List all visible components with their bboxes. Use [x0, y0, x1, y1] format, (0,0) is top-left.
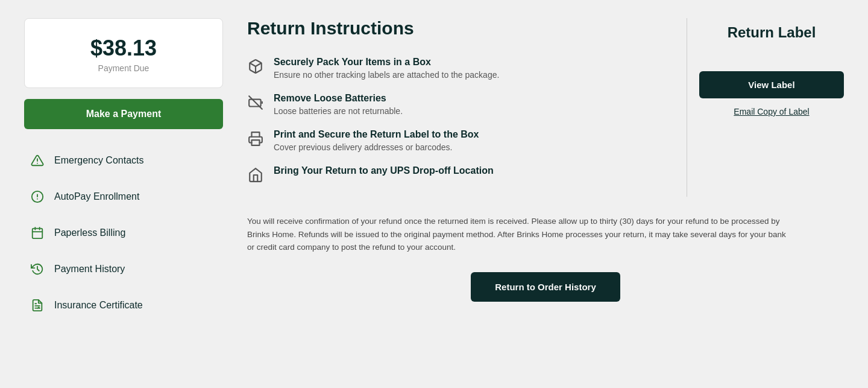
instruction-step-batteries: Remove Loose Batteries Loose batteries a… — [247, 93, 650, 116]
instruction-pack-text: Securely Pack Your Items in a Box Ensure… — [274, 57, 499, 80]
sidebar-item-autopay-label: AutoPay Enrollment — [54, 191, 139, 202]
view-label-button[interactable]: View Label — [699, 71, 844, 98]
instruction-step-label: Print and Secure the Return Label to the… — [247, 129, 650, 152]
instruction-batteries-heading: Remove Loose Batteries — [274, 93, 403, 104]
sidebar-item-insurance-certificate[interactable]: Insurance Certificate — [24, 287, 223, 323]
make-payment-button[interactable]: Make a Payment — [24, 99, 223, 129]
sidebar-item-insurance-label: Insurance Certificate — [54, 300, 143, 311]
calendar-icon — [30, 226, 45, 240]
instruction-batteries-detail: Loose batteries are not returnable. — [274, 106, 403, 116]
file-edit-icon — [30, 298, 45, 313]
bottom-actions: Return to Order History — [247, 272, 844, 302]
history-icon — [30, 262, 45, 276]
svg-rect-5 — [33, 229, 43, 239]
return-label-section: Return Label View Label Email Copy of La… — [699, 18, 844, 197]
payment-card: $38.13 Payment Due — [24, 18, 223, 88]
store-icon — [247, 167, 264, 183]
instructions-left: Return Instructions Securely Pack Your I… — [247, 18, 675, 197]
return-label-title: Return Label — [728, 24, 816, 41]
main-content: Return Instructions Securely Pack Your I… — [247, 18, 844, 302]
alert-circle-icon — [30, 189, 45, 204]
sidebar: $38.13 Payment Due Make a Payment Emerge… — [24, 18, 223, 323]
sidebar-item-autopay-enrollment[interactable]: AutoPay Enrollment — [24, 179, 223, 215]
sidebar-item-paperless-label: Paperless Billing — [54, 227, 125, 238]
sidebar-item-emergency-contacts[interactable]: Emergency Contacts — [24, 142, 223, 179]
divider-vertical — [687, 18, 687, 197]
alert-triangle-icon — [30, 153, 45, 168]
payment-amount: $38.13 — [37, 36, 210, 61]
sidebar-item-paperless-billing[interactable]: Paperless Billing — [24, 215, 223, 251]
instruction-label-heading: Print and Secure the Return Label to the… — [274, 129, 479, 140]
box-icon — [247, 58, 264, 75]
no-battery-icon — [247, 94, 264, 111]
instruction-step-ups: Bring Your Return to any UPS Drop-off Lo… — [247, 165, 650, 183]
instruction-ups-text: Bring Your Return to any UPS Drop-off Lo… — [274, 165, 494, 179]
svg-rect-15 — [252, 140, 260, 145]
instruction-step-pack: Securely Pack Your Items in a Box Ensure… — [247, 57, 650, 80]
instruction-pack-heading: Securely Pack Your Items in a Box — [274, 57, 499, 68]
printer-icon — [247, 130, 264, 147]
instruction-ups-heading: Bring Your Return to any UPS Drop-off Lo… — [274, 165, 494, 176]
refund-notice: You will receive confirmation of your re… — [247, 215, 790, 254]
sidebar-item-payment-history-label: Payment History — [54, 264, 125, 275]
email-copy-label-link[interactable]: Email Copy of Label — [734, 107, 809, 116]
sidebar-nav: Emergency Contacts AutoPay Enrollment — [24, 142, 223, 323]
sidebar-item-emergency-contacts-label: Emergency Contacts — [54, 155, 144, 166]
payment-due-label: Payment Due — [37, 63, 210, 73]
section-title: Return Instructions — [247, 18, 650, 39]
return-instructions-section: Return Instructions Securely Pack Your I… — [247, 18, 844, 197]
instruction-pack-detail: Ensure no other tracking labels are atta… — [274, 70, 499, 80]
instruction-batteries-text: Remove Loose Batteries Loose batteries a… — [274, 93, 403, 116]
instruction-label-text: Print and Secure the Return Label to the… — [274, 129, 479, 152]
sidebar-item-payment-history[interactable]: Payment History — [24, 251, 223, 287]
return-to-order-history-button[interactable]: Return to Order History — [471, 272, 620, 302]
instruction-label-detail: Cover previous delivery addresses or bar… — [274, 142, 479, 152]
